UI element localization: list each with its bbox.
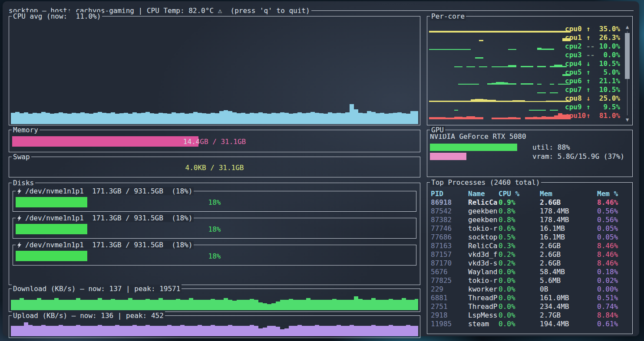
process-row[interactable]: 11985steam0.0%194.4MB0.61% [431, 320, 631, 328]
spark-bar [20, 326, 24, 336]
process-row[interactable]: 87157vkd3d_f0.2%2.6GB8.46% [431, 250, 631, 259]
spark-bar [315, 113, 319, 124]
scrollbar-up-icon[interactable]: ▲ [624, 24, 630, 30]
spark-bar [471, 99, 475, 102]
spark-bar [542, 116, 546, 119]
spark-bar [358, 113, 363, 124]
spark-bar [537, 110, 542, 111]
spark-bar [76, 325, 80, 336]
spark-bar [554, 65, 558, 67]
spark-bar [508, 83, 512, 85]
spark-bar [102, 326, 106, 336]
process-table: PIDNameCPU %MemMem %86918RelicCa0.9%2.6G… [431, 190, 631, 328]
process-pid: 2918 [431, 311, 468, 320]
process-row[interactable]: 86918RelicCa0.9%2.6GB8.46% [431, 198, 631, 207]
spark-bar [254, 113, 258, 124]
spark-bar [345, 112, 350, 124]
spark-bar [446, 49, 450, 50]
spark-bar [302, 300, 306, 310]
spark-bar [521, 83, 525, 85]
spark-bar [454, 66, 459, 67]
scrollbar-thumb[interactable] [625, 33, 630, 79]
core-row: cpu0↑35.0% [427, 24, 632, 33]
spark-bar [483, 99, 488, 102]
spark-bar [46, 300, 50, 310]
spark-bar [206, 326, 211, 336]
spark-bar [341, 326, 345, 336]
spark-bar [293, 300, 297, 310]
spark-bar [537, 117, 542, 119]
spark-bar [354, 296, 358, 310]
process-mem: 2.6GB [540, 250, 597, 259]
disk-usage-gauge: 18% [16, 224, 413, 234]
per-core-scrollbar[interactable]: ▲ ▼ [624, 24, 630, 122]
core-name: cpu3 [565, 51, 586, 59]
process-row[interactable]: 6881ThreadP0.0%161.0MB0.51% [431, 294, 631, 302]
spark-bar [280, 112, 284, 124]
disk-entry-title: /dev/nvme1n1p1 171.3GB / 931.5GB (18%) [16, 241, 194, 249]
spark-bar [521, 100, 525, 102]
spark-bar [172, 300, 176, 310]
process-mem-pct: 0.05% [597, 233, 631, 242]
spark-bar [479, 57, 483, 59]
core-sparkline [429, 113, 571, 119]
spark-bar [554, 31, 558, 33]
process-cpu: 0.3% [499, 242, 540, 250]
spark-bar [508, 117, 512, 119]
spark-bar [163, 326, 167, 336]
spark-bar [211, 325, 215, 336]
spark-bar [28, 325, 33, 336]
process-pid: 87157 [431, 250, 468, 259]
spark-bar [529, 117, 533, 119]
spark-bar [150, 326, 154, 336]
spark-bar [132, 112, 137, 124]
spark-bar [232, 326, 237, 336]
spark-bar [487, 100, 492, 102]
swap-panel: Swap 4.0KB / 31.1GB [9, 157, 420, 177]
spark-bar [241, 326, 245, 336]
process-row[interactable]: 87542geekben0.8%178.4MB0.56% [431, 207, 631, 216]
process-row[interactable]: 77825tokio-r0.0%5.6MB0.02% [431, 276, 631, 285]
upload-sparkline [11, 322, 418, 336]
spark-bar [371, 325, 376, 336]
process-row[interactable]: 77686socktop0.5%16.1MB0.05% [431, 233, 631, 242]
process-row[interactable]: 2751ThreadP0.0%234.4MB0.74% [431, 302, 631, 311]
spark-bar [224, 326, 228, 336]
spark-bar [533, 117, 538, 119]
spark-bar [393, 300, 397, 310]
process-row[interactable]: 87382geekben0.8%178.4MB0.56% [431, 216, 631, 224]
spark-bar [85, 113, 89, 124]
process-cpu: 0.8% [499, 207, 540, 216]
process-cpu: 0.8% [499, 216, 540, 224]
spark-bar [271, 326, 276, 336]
process-row[interactable]: 77746tokio-r0.6%16.1MB0.05% [431, 224, 631, 233]
spark-bar [263, 303, 267, 310]
process-row[interactable]: 87170vkd3d-s0.2%2.6GB8.46% [431, 259, 631, 268]
spark-bar [462, 101, 467, 102]
spark-bar [11, 326, 15, 336]
spark-bar [496, 118, 500, 119]
process-mem: 194.4MB [540, 320, 597, 328]
spark-bar [397, 300, 402, 310]
spark-bar [410, 326, 415, 336]
spark-bar [76, 113, 80, 124]
spark-bar [302, 326, 306, 336]
scrollbar-down-icon[interactable]: ▼ [624, 117, 630, 122]
core-trend-icon: -- [586, 51, 595, 59]
spark-bar [402, 113, 406, 124]
process-row[interactable]: 229kworker0.0%0B0.00% [431, 285, 631, 294]
spark-bar [228, 325, 232, 336]
spark-bar [479, 99, 483, 102]
process-row[interactable]: 2918LspMess0.0%2.7GB8.84% [431, 311, 631, 320]
spark-bar [176, 326, 180, 336]
process-row[interactable]: 87163RelicCa0.3%2.6GB8.46% [431, 242, 631, 250]
spark-bar [198, 113, 202, 124]
spark-bar [15, 112, 20, 124]
core-label: cpu6↑21.1% [565, 76, 620, 85]
core-usage-value: 10.0% [595, 42, 620, 50]
spark-bar [250, 113, 254, 124]
process-row[interactable]: 5676Wayland0.0%58.4MB0.18% [431, 268, 631, 276]
core-sparkline [429, 38, 571, 41]
spark-bar [504, 31, 509, 33]
disk-entry-title: /dev/nvme1n1p1 171.3GB / 931.5GB (18%) [16, 214, 194, 222]
